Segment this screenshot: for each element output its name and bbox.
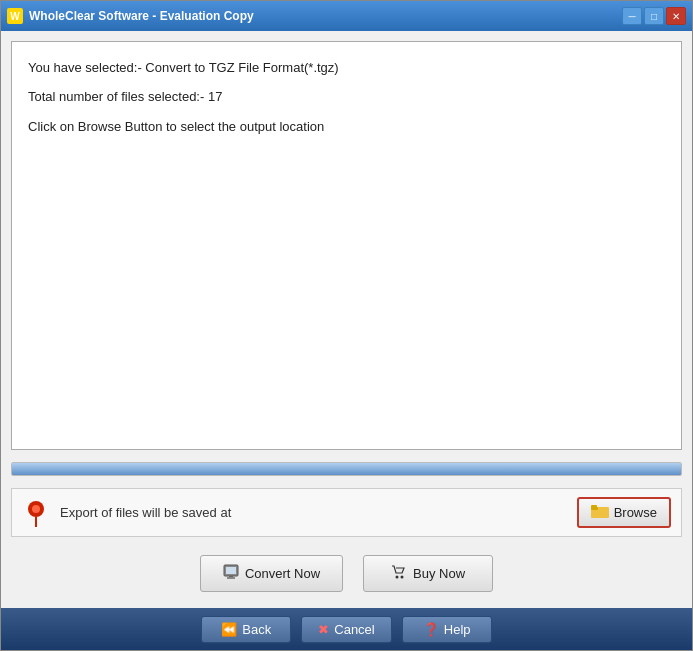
progress-fill: [12, 463, 681, 475]
pin-icon: [22, 499, 50, 527]
back-icon: ⏪: [221, 622, 237, 637]
progress-area: [11, 458, 682, 480]
cart-icon: [391, 564, 407, 583]
cancel-label: Cancel: [334, 622, 374, 637]
save-path-label: Export of files will be saved at: [60, 505, 567, 520]
help-button[interactable]: ❓ Help: [402, 616, 492, 643]
app-icon: W: [7, 8, 23, 24]
buy-now-label: Buy Now: [413, 566, 465, 581]
browse-label: Browse: [614, 505, 657, 520]
browse-button[interactable]: Browse: [577, 497, 671, 528]
back-button[interactable]: ⏪ Back: [201, 616, 291, 643]
cancel-button[interactable]: ✖ Cancel: [301, 616, 391, 643]
close-button[interactable]: ✕: [666, 7, 686, 25]
svg-point-10: [396, 576, 399, 579]
info-line1: You have selected:- Convert to TGZ File …: [28, 56, 665, 79]
info-line3: Click on Browse Button to select the out…: [28, 115, 665, 138]
cancel-icon: ✖: [318, 622, 329, 637]
info-line2: Total number of files selected:- 17: [28, 85, 665, 108]
title-bar: W WholeClear Software - Evaluation Copy …: [1, 1, 692, 31]
folder-icon: [591, 504, 609, 521]
svg-rect-7: [226, 567, 236, 574]
main-content: You have selected:- Convert to TGZ File …: [1, 31, 692, 608]
convert-now-button[interactable]: Convert Now: [200, 555, 343, 592]
help-icon: ❓: [423, 622, 439, 637]
buy-now-button[interactable]: Buy Now: [363, 555, 493, 592]
svg-point-1: [32, 505, 40, 513]
window-controls: ─ □ ✕: [622, 7, 686, 25]
save-path-row: Export of files will be saved at Browse: [11, 488, 682, 537]
window-title: WholeClear Software - Evaluation Copy: [29, 9, 254, 23]
svg-rect-8: [227, 577, 235, 579]
convert-now-label: Convert Now: [245, 566, 320, 581]
info-box: You have selected:- Convert to TGZ File …: [11, 41, 682, 450]
convert-icon: [223, 564, 239, 583]
svg-rect-5: [591, 505, 597, 508]
action-row: Convert Now Buy Now: [11, 545, 682, 598]
maximize-button[interactable]: □: [644, 7, 664, 25]
app-window: W WholeClear Software - Evaluation Copy …: [0, 0, 693, 651]
minimize-button[interactable]: ─: [622, 7, 642, 25]
pin-svg: [25, 499, 47, 527]
back-label: Back: [242, 622, 271, 637]
help-label: Help: [444, 622, 471, 637]
svg-point-11: [401, 576, 404, 579]
progress-bar: [11, 462, 682, 476]
title-bar-left: W WholeClear Software - Evaluation Copy: [7, 8, 254, 24]
bottom-bar: ⏪ Back ✖ Cancel ❓ Help: [1, 608, 692, 650]
svg-rect-9: [229, 576, 233, 577]
